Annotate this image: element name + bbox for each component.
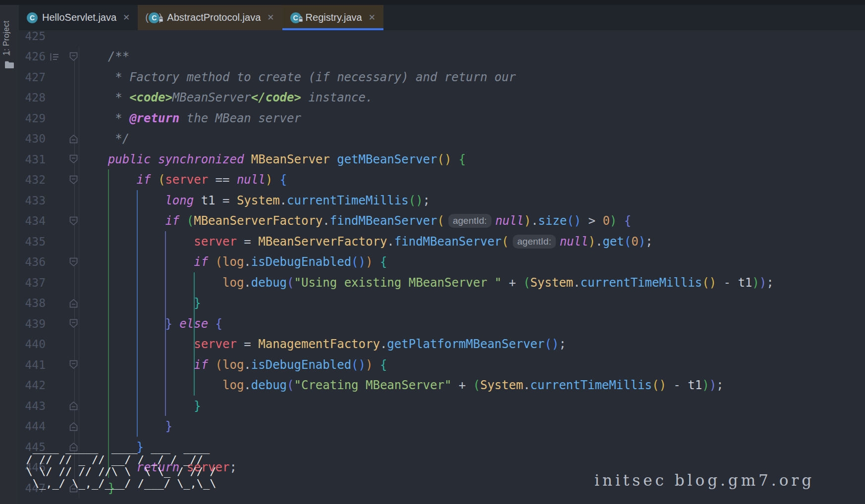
editor-row: 437 log.debug("Using existing MBeanServe… [19,272,865,293]
gutter [46,108,79,129]
code-line[interactable]: long t1 = System.currentTimeMillis(); [79,194,430,207]
code-line[interactable]: if (log.isDebugEnabled()) { [79,358,387,372]
line-number[interactable]: 427 [19,71,46,84]
editor-row: 440 server = ManagementFactory.getPlatfo… [19,334,865,355]
fold-marker-end[interactable] [69,401,78,412]
line-number[interactable]: 443 [19,400,46,412]
code-line[interactable]: /** [79,50,129,63]
code-line[interactable]: * @return the MBean server [79,111,301,125]
line-number[interactable]: 437 [19,276,46,289]
code-line[interactable]: server = MBeanServerFactory.findMBeanSer… [79,235,653,249]
line-number[interactable]: 439 [19,317,46,330]
close-icon[interactable]: ✕ [267,12,274,23]
gutter [46,252,79,273]
line-number[interactable]: 441 [19,358,46,371]
gutter [46,47,79,67]
code-line[interactable]: * <code>MBeanServer</code> instance. [79,91,373,104]
close-icon[interactable]: ✕ [123,12,130,23]
gutter [46,375,79,396]
line-number[interactable]: 446 [19,461,46,474]
editor-row: 428 * <code>MBeanServer</code> instance. [19,88,865,108]
line-number[interactable]: 436 [19,255,46,268]
editor-row: 431 public synchronized MBeanServer getM… [19,149,865,170]
line-number[interactable]: 433 [19,194,46,207]
line-number[interactable]: 425 [19,30,46,43]
line-number[interactable]: 428 [19,91,46,104]
code-line[interactable]: * Factory method to create (if necessary… [79,70,516,84]
gutter [46,170,79,191]
fold-marker-start[interactable] [69,52,78,63]
code-line[interactable]: return server; [79,460,237,474]
lock-icon [159,13,163,25]
code-line[interactable]: log.debug("Using existing MBeanServer " … [79,276,774,290]
fold-marker-start[interactable] [69,154,78,166]
line-number[interactable]: 426 [19,50,46,63]
ide-window: 1: Project C HelloServlet.java ✕ (C) Abs… [0,0,865,504]
fold-marker-start[interactable] [69,257,78,269]
line-number[interactable]: 435 [19,235,46,248]
fold-marker-end[interactable] [69,299,78,310]
gutter [46,293,79,314]
editor-row: 435 server = MBeanServerFactory.findMBea… [19,231,865,252]
line-number[interactable]: 429 [19,112,46,125]
line-number[interactable]: 445 [19,441,46,454]
code-line[interactable]: } else { [79,317,222,331]
gutter [46,272,79,293]
code-line[interactable]: */ [79,132,129,146]
line-number[interactable]: 440 [19,338,46,351]
class-icon: C [27,12,38,23]
gutter [46,334,79,355]
code-line[interactable]: if (server == null) { [79,173,287,187]
code-editor[interactable]: 425426 /**427 * Factory method to create… [19,30,865,504]
fold-marker-start[interactable] [69,216,78,228]
lock-icon [298,13,303,25]
fold-marker-end[interactable] [69,422,78,433]
fold-marker-end[interactable] [69,134,78,146]
line-number[interactable]: 431 [19,153,46,166]
code-line[interactable]: if (log.isDebugEnabled()) { [79,255,387,269]
editor-row: 434 if (MBeanServerFactory.findMBeanServ… [19,211,865,232]
folder-icon [4,60,14,71]
fold-marker-end[interactable] [69,442,78,454]
gutter [46,457,79,478]
code-line[interactable]: } [79,440,144,454]
code-line[interactable]: } [79,296,201,310]
tab-label: AbstractProtocol.java [167,12,261,23]
fold-marker-start[interactable] [69,175,78,187]
code-line[interactable]: } [79,481,115,495]
editor-row: 426 /** [19,47,865,67]
line-number[interactable]: 444 [19,420,46,433]
line-number[interactable]: 438 [19,297,46,309]
editor-row: 446 return server; [19,457,865,478]
code-line[interactable]: log.debug("Creating MBeanServer" + (Syst… [79,378,724,392]
code-line[interactable]: } [79,419,172,433]
gutter [46,190,79,211]
editor-row: 439 } else { [19,313,865,334]
toggle-rendered-doc-icon[interactable] [50,52,59,63]
line-number[interactable]: 432 [19,173,46,186]
window-top-strip [0,0,865,5]
editor-row: 432 if (server == null) { [19,170,865,191]
line-number[interactable]: 442 [19,379,46,392]
editor-row: 425 [19,26,865,47]
code-line[interactable]: } [79,399,201,413]
tool-window-button-project[interactable]: 1: Project [0,8,19,82]
parameter-hint: agentId: [448,214,491,228]
line-number[interactable]: 434 [19,214,46,227]
editor-row: 445 } [19,437,865,457]
gutter [46,437,79,457]
fold-marker-start[interactable] [69,319,78,330]
code-line[interactable]: if (MBeanServerFactory.findMBeanServer(a… [79,214,631,228]
abstract-class-icon: (C) [146,12,162,23]
editor-row: 429 * @return the MBean server [19,108,865,129]
close-icon[interactable]: ✕ [369,12,376,23]
tab-label: HelloServlet.java [42,12,116,23]
line-number[interactable]: 430 [19,132,46,145]
line-number[interactable]: 447 [19,482,46,495]
code-line[interactable]: public synchronized MBeanServer getMBean… [79,152,466,166]
fold-marker-end[interactable] [69,483,78,495]
gutter [46,416,79,437]
fold-marker-start[interactable] [69,360,78,371]
editor-row: 430 */ [19,129,865,150]
code-line[interactable]: server = ManagementFactory.getPlatformMB… [79,337,566,351]
